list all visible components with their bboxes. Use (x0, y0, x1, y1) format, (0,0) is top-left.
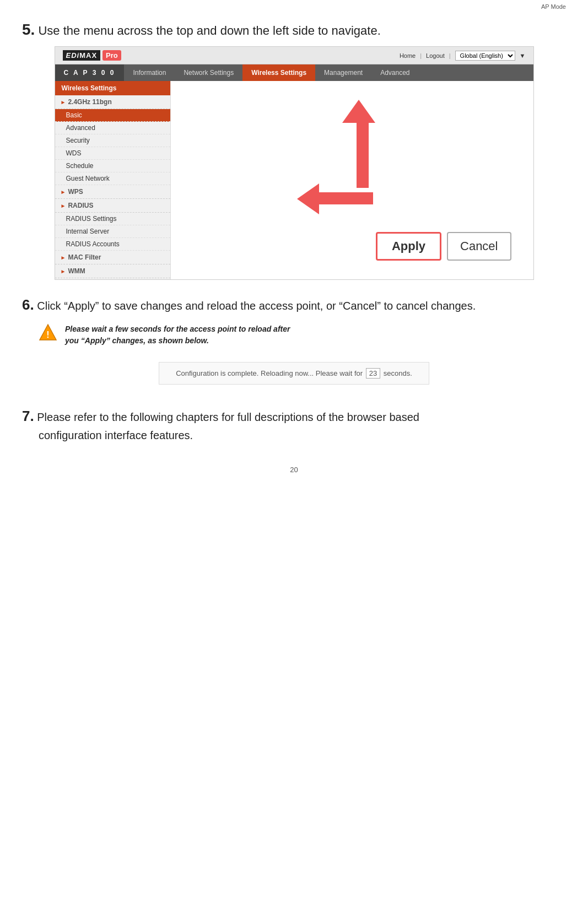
step-6-number: 6. (22, 296, 34, 313)
logo-pro: Pro (103, 50, 121, 61)
svg-text:!: ! (46, 330, 49, 339)
logo-edimax: EDiMAX (63, 50, 101, 61)
page-mode-header: AP Mode (22, 0, 566, 11)
warning-icon: ! (39, 323, 57, 342)
device-top-bar: EDiMAX Pro Home | Logout | Global (Engli… (55, 47, 533, 64)
nav-network-settings[interactable]: Network Settings (175, 64, 242, 81)
home-link[interactable]: Home (400, 52, 416, 59)
warning-box: ! Please wait a few seconds for the acce… (39, 323, 566, 347)
mode-label: AP Mode (541, 3, 566, 10)
nav-information[interactable]: Information (124, 64, 175, 81)
main-area: Apply Cancel (171, 81, 533, 279)
step-7-line1: Please refer to the following chapters f… (37, 411, 419, 423)
cancel-button[interactable]: Cancel (447, 232, 511, 261)
arrow-left-head (297, 183, 319, 214)
apply-button[interactable]: Apply (376, 232, 441, 261)
sidebar-item-schedule[interactable]: Schedule (55, 160, 170, 172)
device-screenshot: EDiMAX Pro Home | Logout | Global (Engli… (55, 46, 534, 280)
sidebar-group-24ghz[interactable]: ► 2.4GHz 11bgn (55, 95, 170, 109)
step-6-heading: 6. Click “Apply” to save changes and rel… (22, 296, 566, 314)
nav-management[interactable]: Management (315, 64, 371, 81)
sidebar-item-radius-accounts[interactable]: RADIUS Accounts (55, 238, 170, 251)
sidebar-group-wps[interactable]: ► WPS (55, 185, 170, 199)
arrow-icon-24ghz: ► (61, 99, 66, 105)
sidebar-group-wmm[interactable]: ► WMM (55, 264, 170, 278)
device-model-label: C A P 3 0 0 (55, 64, 125, 81)
sidebar-item-internal-server[interactable]: Internal Server (55, 225, 170, 238)
sidebar-group-mac-filter[interactable]: ► MAC Filter (55, 251, 170, 264)
device-nav: C A P 3 0 0 Information Network Settings… (55, 64, 533, 81)
arrow-up-head (342, 100, 375, 123)
step-5-heading: 5. Use the menu across the top and down … (22, 21, 566, 39)
step-7-heading: 7. Please refer to the following chapter… (22, 406, 566, 444)
navigation-arrows (297, 100, 407, 221)
step-6-section: 6. Click “Apply” to save changes and rel… (22, 296, 566, 395)
sidebar-item-basic[interactable]: Basic (55, 109, 170, 122)
nav-wireless-settings[interactable]: Wireless Settings (242, 64, 315, 81)
action-buttons: Apply Cancel (376, 232, 522, 261)
warning-line1: Please wait a few seconds for the access… (65, 325, 290, 333)
step-5-text: Use the menu across the top and down the… (38, 24, 380, 37)
warning-text: Please wait a few seconds for the access… (65, 323, 290, 347)
logout-link[interactable]: Logout (426, 52, 445, 59)
page-number: 20 (22, 466, 566, 474)
sidebar-group-label-wmm: WMM (68, 267, 85, 275)
device-content: Wireless Settings ► 2.4GHz 11bgn Basic A… (55, 81, 533, 279)
reload-seconds: 23 (366, 368, 380, 379)
sidebar-group-label-24ghz: 2.4GHz 11bgn (68, 98, 111, 106)
sidebar-item-advanced[interactable]: Advanced (55, 122, 170, 134)
arrow-up-body (357, 122, 369, 188)
sidebar-item-security[interactable]: Security (55, 134, 170, 147)
sidebar-group-label-mac-filter: MAC Filter (68, 253, 101, 261)
sidebar-group-radius[interactable]: ► RADIUS (55, 199, 170, 213)
arrow-icon-mac-filter: ► (61, 255, 66, 261)
step-5-number: 5. (22, 21, 35, 38)
device-logo: EDiMAX Pro (63, 50, 121, 61)
reload-message: Configuration is complete. Reloading now… (159, 362, 429, 385)
sidebar-item-wds[interactable]: WDS (55, 147, 170, 160)
sidebar: Wireless Settings ► 2.4GHz 11bgn Basic A… (55, 81, 171, 279)
language-select[interactable]: Global (English) (455, 51, 515, 61)
arrow-icon-wmm: ► (61, 268, 66, 274)
arrow-icon-radius: ► (61, 203, 66, 209)
reload-wrapper: Configuration is complete. Reloading now… (22, 356, 566, 395)
sidebar-section-wireless: Wireless Settings (55, 81, 170, 95)
reload-after-text: seconds. (384, 369, 412, 377)
sidebar-item-guest-network[interactable]: Guest Network (55, 172, 170, 185)
sidebar-item-radius-settings[interactable]: RADIUS Settings (55, 213, 170, 225)
warning-line2: you “Apply” changes, as shown below. (65, 336, 209, 345)
arrow-left-body (318, 192, 373, 204)
step-7-number: 7. (22, 408, 34, 424)
page-num-label: 20 (290, 466, 298, 474)
step-7-section: 7. Please refer to the following chapter… (22, 406, 566, 444)
arrow-icon-wps: ► (61, 189, 66, 195)
top-links: Home | Logout | Global (English) ▼ (400, 51, 526, 61)
sidebar-group-label-wps: WPS (68, 188, 83, 196)
step-6-text: Click “Apply” to save changes and reload… (37, 300, 476, 312)
dropdown-arrow-icon: ▼ (520, 52, 526, 59)
sidebar-group-label-radius: RADIUS (68, 202, 93, 209)
step-7-line2: configuration interface features. (39, 429, 193, 441)
reload-before-text: Configuration is complete. Reloading now… (176, 369, 363, 377)
nav-advanced[interactable]: Advanced (371, 64, 418, 81)
